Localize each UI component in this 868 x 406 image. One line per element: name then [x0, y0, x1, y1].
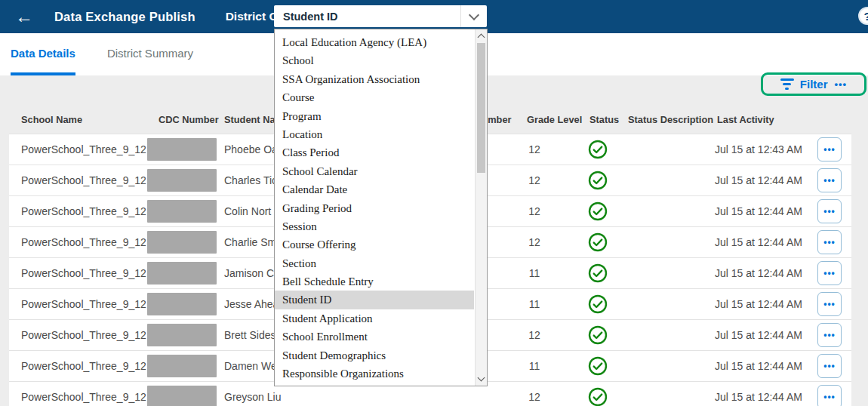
- last-activity-cell: Jul 15 at 12:44 AM: [679, 391, 802, 403]
- cdc-number-redacted-block: [147, 169, 217, 192]
- row-actions-button[interactable]: •••: [817, 137, 842, 161]
- column-header: Status: [589, 114, 619, 125]
- entity-select-value: Student ID: [283, 11, 338, 23]
- tab-data-details[interactable]: Data Details: [11, 33, 75, 75]
- dropdown-option[interactable]: School Enrollment: [275, 328, 474, 346]
- last-activity-cell: Jul 15 at 12:44 AM: [679, 236, 802, 248]
- school-name-cell: PowerSchool_Three_9_12: [21, 360, 146, 372]
- status-success-icon: [588, 232, 608, 252]
- dropdown-option[interactable]: Class Period: [275, 143, 474, 161]
- cdc-number-redacted-block: [147, 355, 217, 377]
- grade-level-cell: 12: [519, 329, 549, 341]
- dropdown-option[interactable]: Session: [275, 217, 474, 235]
- dropdown-scrollbar[interactable]: [475, 29, 487, 386]
- row-actions-button[interactable]: •••: [817, 261, 842, 285]
- dropdown-option[interactable]: Section: [275, 254, 474, 272]
- school-name-cell: PowerSchool_Three_9_12: [21, 236, 146, 248]
- school-name-cell: PowerSchool_Three_9_12: [21, 329, 146, 341]
- help-icon[interactable]: ?: [858, 7, 868, 25]
- last-activity-cell: Jul 15 at 12:44 AM: [679, 267, 802, 279]
- student-name-cell: Phoebe Oa: [224, 143, 278, 155]
- status-success-icon: [588, 294, 608, 314]
- last-activity-cell: Jul 15 at 12:44 AM: [679, 205, 802, 217]
- filter-more-options-button[interactable]: •••: [835, 78, 848, 90]
- last-activity-cell: Jul 15 at 12:44 AM: [679, 298, 802, 310]
- last-activity-cell: Jul 15 at 12:44 AM: [679, 360, 802, 372]
- dropdown-option[interactable]: SSA Organization Association: [275, 70, 474, 88]
- page-title: Data Exchange Publish: [54, 10, 195, 24]
- cdc-number-redacted-block: [147, 231, 217, 254]
- filter-highlight-box: Filter •••: [761, 72, 866, 96]
- student-name-cell: Jamison Ch: [224, 267, 280, 279]
- column-header: Last Activity: [717, 114, 774, 125]
- tab-district-summary[interactable]: District Summary: [107, 33, 193, 75]
- scrollbar-thumb[interactable]: [477, 43, 485, 173]
- student-name-cell: Charlie Sm: [224, 236, 276, 248]
- entity-dropdown-listbox: Local Education Agency (LEA)SchoolSSA Or…: [274, 29, 488, 386]
- back-arrow-icon[interactable]: ←: [11, 7, 38, 26]
- grade-level-cell: 12: [519, 174, 549, 186]
- row-actions-button[interactable]: •••: [817, 168, 842, 192]
- cdc-number-redacted-block: [147, 386, 217, 406]
- status-success-icon: [588, 201, 608, 221]
- row-actions-button[interactable]: •••: [817, 230, 842, 254]
- student-name-cell: Charles Tic: [224, 174, 277, 186]
- grade-level-cell: 12: [519, 143, 549, 155]
- status-success-icon: [588, 171, 608, 190]
- dropdown-option[interactable]: Grading Period: [275, 199, 474, 217]
- dropdown-option[interactable]: Bell Schedule Entry: [275, 272, 474, 291]
- dropdown-option[interactable]: Program: [275, 107, 474, 125]
- status-success-icon: [588, 387, 608, 406]
- dropdown-option[interactable]: School: [275, 51, 474, 69]
- filter-button[interactable]: Filter: [780, 78, 828, 91]
- school-name-cell: PowerSchool_Three_9_12: [21, 174, 146, 186]
- student-name-cell: Colin Nort: [224, 205, 271, 217]
- scroll-down-icon[interactable]: [476, 373, 487, 385]
- status-success-icon: [588, 356, 608, 376]
- cdc-number-redacted-block: [147, 262, 217, 285]
- row-actions-button[interactable]: •••: [817, 385, 842, 406]
- column-header: Status Description: [628, 114, 713, 125]
- cdc-number-redacted-block: [147, 138, 217, 161]
- status-success-icon: [588, 325, 608, 345]
- school-name-cell: PowerSchool_Three_9_12: [21, 205, 146, 217]
- column-header: Grade Level: [527, 114, 582, 125]
- dropdown-option[interactable]: Responsible Organizations: [275, 364, 474, 383]
- filter-icon: [780, 78, 794, 90]
- cdc-number-redacted-block: [147, 293, 217, 315]
- cdc-number-redacted-block: [147, 324, 217, 346]
- chevron-down-icon[interactable]: [460, 5, 487, 27]
- column-header: CDC Number: [159, 114, 219, 125]
- school-name-cell: PowerSchool_Three_9_12: [21, 391, 146, 403]
- row-actions-button[interactable]: •••: [817, 292, 842, 316]
- grade-level-cell: 12: [519, 236, 549, 248]
- dropdown-option[interactable]: Student Application: [275, 309, 474, 328]
- app-window: ← Data Exchange Publish District Office …: [0, 0, 868, 406]
- status-success-icon: [588, 263, 608, 283]
- last-activity-cell: Jul 15 at 12:44 AM: [679, 174, 802, 186]
- dropdown-option[interactable]: Student ID: [275, 291, 474, 309]
- school-name-cell: PowerSchool_Three_9_12: [21, 267, 146, 279]
- dropdown-option[interactable]: Student Demographics: [275, 346, 474, 364]
- student-name-cell: Damen We: [224, 360, 277, 372]
- row-actions-button[interactable]: •••: [817, 354, 842, 378]
- student-name-cell: Jesse Ahea: [224, 298, 279, 310]
- student-name-cell: Greyson Liu: [224, 391, 281, 403]
- filter-label: Filter: [800, 78, 828, 91]
- column-header: School Name: [21, 114, 82, 125]
- entity-select[interactable]: Student ID: [274, 5, 487, 27]
- dropdown-option[interactable]: School Calendar: [275, 162, 474, 180]
- row-actions-button[interactable]: •••: [817, 323, 842, 347]
- scroll-up-icon[interactable]: [476, 30, 487, 42]
- row-actions-button[interactable]: •••: [817, 199, 842, 223]
- dropdown-option[interactable]: Course: [275, 88, 474, 106]
- last-activity-cell: Jul 15 at 12:44 AM: [679, 329, 802, 341]
- grade-level-cell: 12: [519, 205, 549, 217]
- dropdown-option[interactable]: Calendar Date: [275, 180, 474, 198]
- grade-level-cell: 11: [519, 267, 549, 279]
- grade-level-cell: 12: [519, 391, 549, 403]
- dropdown-option[interactable]: Location: [275, 125, 474, 143]
- dropdown-option[interactable]: Local Education Agency (LEA): [275, 33, 474, 51]
- student-name-cell: Brett Sides: [224, 329, 275, 341]
- dropdown-option[interactable]: Course Offering: [275, 235, 474, 254]
